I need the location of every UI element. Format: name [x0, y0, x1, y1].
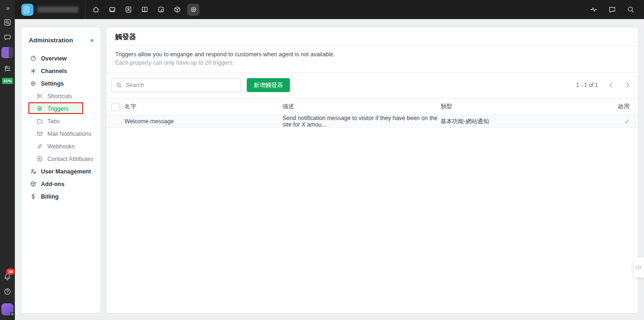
usage-badge[interactable]: 31%: [2, 78, 13, 84]
notifications-bell[interactable]: 10: [3, 273, 12, 281]
search-input[interactable]: [125, 82, 237, 88]
trigger-description: Send notification message to visitor if …: [283, 115, 440, 128]
left-rail: » 31% 10: [0, 0, 15, 320]
messages-icon[interactable]: [606, 4, 618, 16]
page-title: 觸發器: [106, 27, 638, 46]
collapse-panel-button[interactable]: «: [90, 36, 94, 44]
sidebar-item-contact-attributes[interactable]: Contact Attributes: [21, 153, 100, 165]
sidebar-item-tabs[interactable]: Tabs: [21, 115, 100, 127]
sidebar-item-settings[interactable]: Settings: [21, 77, 100, 90]
sidebar-item-user-management[interactable]: User Management: [21, 165, 100, 178]
overview-icon: [30, 55, 37, 62]
expand-sidebar-button[interactable]: »: [6, 4, 9, 12]
select-all-checkbox[interactable]: [111, 103, 119, 111]
campaigns-icon[interactable]: [3, 65, 12, 73]
sidebar-item-mail-notifications[interactable]: Mail Notifications: [21, 127, 100, 140]
home-icon[interactable]: [90, 4, 102, 16]
table-header: 名字 描述 類型 啟用: [106, 98, 638, 115]
shortcuts-icon: [36, 93, 43, 100]
resize-handle-icon: [635, 264, 642, 271]
settings-gear-icon: [30, 80, 37, 87]
trigger-name: Welcome message: [125, 118, 283, 125]
online-status-dot: [10, 312, 14, 316]
sidebar-item-billing[interactable]: Billing: [21, 190, 100, 203]
tabs-icon: [36, 118, 43, 125]
search-icon[interactable]: [624, 4, 637, 16]
channels-icon: [30, 67, 37, 74]
column-header-description: 描述: [283, 103, 440, 111]
workspace-brand[interactable]: [15, 0, 85, 19]
administration-menu: Overview Channels Settings Shortcuts: [21, 49, 100, 203]
contact-attributes-icon: [36, 155, 43, 162]
sidebar-item-add-ons[interactable]: Add-ons: [21, 178, 100, 190]
search-input-icon: [116, 82, 122, 88]
visitors-icon[interactable]: [3, 18, 12, 27]
integrations-icon[interactable]: [171, 4, 183, 16]
description-line2: Each property can only have up to 20 tri…: [115, 60, 629, 66]
inbox-icon[interactable]: [106, 4, 118, 16]
triggers-panel: 觸發器 Triggers allow you to engange and re…: [106, 27, 638, 313]
user-management-icon: [30, 168, 37, 175]
sidebar-item-triggers[interactable]: Triggers: [21, 102, 100, 115]
workspace-name-redacted: [37, 7, 79, 13]
trigger-type: 基本功能-網站通知: [440, 118, 602, 126]
mail-notifications-icon: [36, 130, 43, 137]
table-row[interactable]: Welcome message Send notification messag…: [106, 115, 638, 128]
description-block: Triggers allow you to engange and respon…: [106, 46, 638, 73]
chevron-right-icon: [624, 81, 631, 89]
sidebar-item-overview[interactable]: Overview: [21, 52, 100, 65]
administration-title: Administration: [29, 37, 73, 44]
user-avatar[interactable]: [1, 303, 13, 315]
sidebar-item-shortcuts[interactable]: Shortcuts: [21, 90, 100, 102]
side-panel-handle[interactable]: [633, 257, 644, 278]
top-navbar: [15, 0, 644, 19]
billing-icon: [30, 193, 37, 200]
description-line1: Triggers allow you to engange and respon…: [115, 51, 629, 58]
chevron-left-icon: [607, 81, 615, 89]
trigger-enabled-check: ✓: [602, 118, 638, 125]
contacts-icon[interactable]: [122, 4, 134, 16]
knowledge-base-icon[interactable]: [138, 4, 151, 16]
help-icon[interactable]: [3, 287, 12, 296]
app-icon[interactable]: [1, 47, 13, 58]
settings-icon[interactable]: [187, 4, 199, 16]
triggers-selected-pill: Triggers: [29, 103, 83, 114]
sidebar-item-channels[interactable]: Channels: [21, 65, 100, 77]
column-header-type: 類型: [440, 103, 602, 111]
next-page-button[interactable]: [624, 81, 631, 89]
add-ons-icon: [30, 180, 37, 187]
administration-panel: Administration « Overview Channels: [21, 27, 101, 313]
notification-count-badge: 10: [6, 268, 15, 275]
add-trigger-button[interactable]: 新增觸發器: [247, 78, 290, 92]
reports-icon[interactable]: [155, 4, 167, 16]
search-box: [111, 78, 241, 92]
workspace-logo: [21, 4, 33, 16]
toolbar: 新增觸發器 1 - 1 of 1: [106, 73, 638, 98]
column-header-enabled: 啟用: [602, 103, 638, 111]
content-area: Administration « Overview Channels: [15, 19, 644, 320]
previous-page-button[interactable]: [607, 81, 615, 89]
sidebar-item-webhooks[interactable]: Webhooks: [21, 140, 100, 153]
webhooks-icon: [36, 143, 43, 150]
activity-icon[interactable]: [587, 4, 599, 16]
pagination: 1 - 1 of 1: [576, 78, 631, 92]
pagination-label: 1 - 1 of 1: [576, 82, 598, 88]
column-header-name: 名字: [125, 103, 283, 111]
triggers-icon: [36, 105, 43, 112]
chat-icon[interactable]: [3, 33, 12, 41]
